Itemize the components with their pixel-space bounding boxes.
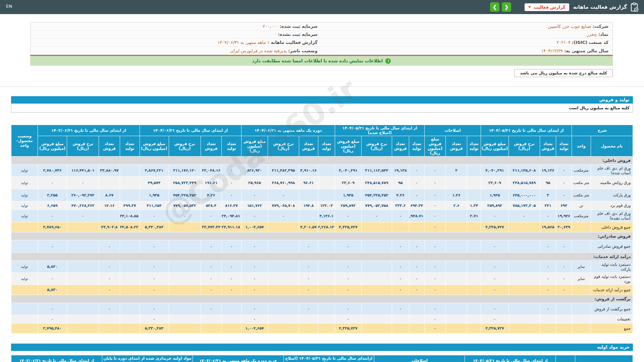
info-circle-icon: i xyxy=(385,58,391,64)
value-cell: ۰ xyxy=(99,240,120,253)
value-cell: ۰ xyxy=(425,201,446,210)
clipboard-report-icon[interactable] xyxy=(630,3,639,12)
header-g3-amount: مبلغ فروش (میلیون ریال) xyxy=(335,136,362,157)
info-row: نماد: چخزر سرمایه ثبت نشده: ۰ xyxy=(31,31,612,39)
value-cell xyxy=(268,261,299,273)
symbol-link[interactable]: چخزر xyxy=(587,32,597,37)
value-cell: ۰ xyxy=(425,210,446,222)
previous-report-button[interactable]: ❯ xyxy=(490,2,499,12)
value-cell: ۱۹,۹۴۶ xyxy=(556,210,572,222)
value-cell: ۰ xyxy=(38,240,67,253)
value-cell xyxy=(508,273,540,285)
value-cell: ۲۶۸,۷۶۰,۹۹۸ xyxy=(268,177,299,189)
value-cell: ۶۴۵,۰۰۰,۰۰۰ xyxy=(508,189,540,201)
value-cell: ۲۳,۸۸۰.۹۷ xyxy=(99,165,120,177)
header-g6-prod: تعداد تولید xyxy=(120,136,140,157)
value-cell xyxy=(120,303,140,315)
next-report-button[interactable]: ❮ xyxy=(502,2,511,12)
company-name-link[interactable]: صنایع چوب خزر کاسپین xyxy=(548,24,591,29)
product-name-cell: ورق ام .دي .اف خام (ساب شده) xyxy=(591,165,633,177)
unit-cell: تن xyxy=(572,201,591,210)
value-cell: ۱.۳۴ xyxy=(467,201,481,210)
value-cell: ۴۱۱,۶۵۴ xyxy=(140,201,169,210)
value-cell xyxy=(508,261,540,273)
product-name-cell: دستمزد بابت تولید پارکت xyxy=(591,261,633,273)
value-cell xyxy=(299,323,318,334)
product-name-cell: جمع فروش داخلی xyxy=(591,222,633,232)
header-g6-rate: نرخ فروش (ریال) xyxy=(67,136,99,157)
value-cell xyxy=(392,222,409,232)
value-cell xyxy=(318,261,335,273)
value-cell: ۰ xyxy=(335,303,362,315)
value-cell: ۲۳,۹۰۳.۸ xyxy=(99,222,120,232)
value-cell: ۳۳۳.۶ xyxy=(392,201,409,210)
value-cell xyxy=(201,323,222,334)
value-cell xyxy=(169,323,201,334)
value-cell: ۰ xyxy=(38,303,67,315)
value-cell: ۰ xyxy=(241,240,268,253)
value-cell xyxy=(467,303,481,315)
value-cell: ۰ xyxy=(481,285,508,295)
value-cell xyxy=(120,315,140,323)
value-cell xyxy=(361,315,392,323)
value-cell: ۱۱۶,۴۴۱,۵۰۱ xyxy=(67,165,99,177)
value-cell xyxy=(120,177,140,189)
section-divider xyxy=(0,86,644,87)
info-row: شرکت: صنایع چوب خزر کاسپین سرمایه ثبت شد… xyxy=(31,22,612,31)
value-cell: ۱,۹۳۵ xyxy=(140,189,169,201)
value-cell: ۲۳,۶۰۹ xyxy=(335,177,362,189)
value-cell xyxy=(467,323,481,334)
value-cell: ۰ xyxy=(556,240,572,253)
report-type-dropdown[interactable]: گزارش فعالیت ▼ xyxy=(525,3,569,11)
report-period-value: ۱ ماهه منتهی به ۱۴۰۴/۰۶/۳۱ xyxy=(217,40,269,45)
value-cell xyxy=(268,323,299,334)
product-name-cell: دستمزد بابت تولید فوم بورد xyxy=(591,273,633,285)
product-name-cell: جمع xyxy=(591,323,633,334)
value-cell xyxy=(556,315,572,323)
value-cell xyxy=(508,222,540,232)
value-cell: ۰ xyxy=(38,273,67,285)
value-cell xyxy=(467,177,481,189)
value-cell: ۰ xyxy=(409,177,425,189)
status-cell: تولید xyxy=(11,210,38,222)
unit-cell xyxy=(572,240,591,253)
value-cell xyxy=(467,189,481,201)
header-g5-rate: نرخ فروش (ریال) xyxy=(169,136,201,157)
value-cell: ۰ xyxy=(335,285,362,295)
section-row: درآمد ارائه خدمات: xyxy=(11,253,633,261)
value-cell: ۰ xyxy=(335,240,362,253)
value-cell: ۱۹,۱۳۸ xyxy=(392,165,409,177)
value-cell: ۰ xyxy=(409,285,425,295)
header-sharh-name: نام محصول xyxy=(591,136,633,157)
header-group-b5: مواد اولیه خریداری شده از ابتدای دوره تا… xyxy=(102,355,193,362)
value-cell xyxy=(299,210,318,222)
value-cell xyxy=(268,285,299,295)
value-cell: ۰ xyxy=(201,261,222,273)
header-g4-sold: تعداد فروش xyxy=(299,136,318,157)
value-cell: ۰ xyxy=(222,177,241,189)
value-cell: ۲۵۹,۸۹۲ xyxy=(335,201,362,210)
value-cell xyxy=(361,240,392,253)
value-cell: ۲۴,۵۰۸.۲۲ xyxy=(120,222,140,232)
value-cell: ۰ xyxy=(241,303,268,315)
value-cell xyxy=(169,315,201,323)
value-cell: ۲۴۸,۵۱۵,۷۸۹ xyxy=(508,177,540,189)
english-language-link[interactable]: EN xyxy=(6,4,12,9)
value-cell xyxy=(508,303,540,315)
value-cell: ۰ xyxy=(392,273,409,285)
value-cell xyxy=(445,315,467,323)
value-cell: ۰ xyxy=(361,210,392,222)
value-cell: ۰ xyxy=(425,177,446,189)
value-cell: ۰ xyxy=(540,261,556,273)
value-cell: ۰ xyxy=(481,210,508,222)
report-navigation: ❮ ❯ xyxy=(490,2,511,12)
value-cell xyxy=(99,177,120,189)
header-group-row: شرحاز ابتدای سال مالی تا تاریخ ۱۴۰۴/۰۵/۳… xyxy=(11,125,633,136)
value-cell: ۲۱۱,۱۳۵,۶۰۸ xyxy=(508,165,540,177)
value-cell xyxy=(445,222,467,232)
value-cell: ۱۹۴.۸ xyxy=(299,201,318,210)
table-row: ورق ام .دي .اف خام (ساب نشده)مترمکعب۱۹,۹… xyxy=(11,210,633,222)
value-cell xyxy=(120,285,140,295)
registered-capital-value: ۲۰۰,۰۰۰ xyxy=(263,24,278,29)
value-cell xyxy=(67,261,99,273)
